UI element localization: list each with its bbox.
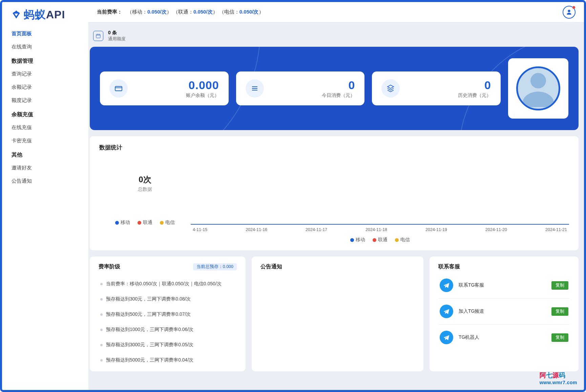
rate-item: （移动：0.050/次）: [127, 9, 172, 15]
user-icon: [565, 8, 573, 16]
ant-logo-icon: [11, 9, 22, 20]
rate-item: （电信：0.050/次）: [219, 9, 264, 15]
rate-info: 当前费率： （移动：0.050/次） （联通：0.050/次） （电信：0.05…: [97, 9, 264, 15]
x-tick: 2024-11-21: [545, 227, 567, 232]
contact-item-0: 联系TG客服复制: [438, 272, 570, 298]
x-tick: 4-11-15: [193, 227, 207, 232]
avatar-card: [508, 58, 568, 119]
sidebar-item-10[interactable]: 邀请好友: [2, 161, 88, 174]
content-area: 当前费率： （移动：0.050/次） （联通：0.050/次） （电信：0.05…: [88, 2, 584, 390]
telegram-icon: [440, 278, 453, 292]
svg-rect-1: [115, 86, 122, 91]
rate-tier-item: 预存额达到300元，三网下调费率0.08/次: [99, 292, 237, 307]
sidebar-item-8[interactable]: 卡密充值: [2, 134, 88, 147]
contact-label: TG机器人: [459, 334, 546, 341]
quota-label: 通用额度: [108, 36, 126, 42]
watermark: 阿七源码 www.wmr7.com: [540, 371, 577, 385]
rate-tier-panel: 费率阶级 当前总预存：0.000 当前费率：移动0.050/次｜联通0.050/…: [90, 256, 246, 371]
stat-card-1: 0今日消费（元）: [236, 71, 365, 105]
stat-card-2: 0历史消费（元）: [372, 71, 501, 105]
total-data-label: 总数据: [138, 186, 152, 192]
rate-tier-item: 预存额达到1000元，三网下调费率0.06/次: [99, 322, 237, 337]
logo-text-a: 蚂蚁: [24, 8, 46, 21]
menu-category: 余额充值: [2, 107, 88, 121]
avatar-image: [516, 66, 560, 110]
card-icon: [109, 79, 128, 98]
contact-panel: 联系客服 联系TG客服复制加入TG频道复制TG机器人复制: [430, 256, 579, 371]
chart-axis: [191, 157, 569, 225]
chart-x-ticks: 4-11-152024-11-162024-11-172024-11-18202…: [191, 227, 569, 232]
stat-label: 历史消费（元）: [406, 92, 491, 99]
stat-card-0: 0.000账户余额（元）: [100, 71, 229, 105]
quota-row: 0 条 通用额度: [90, 22, 579, 47]
logo: 蚂蚁API: [2, 4, 88, 27]
legend-item: 电信: [395, 237, 410, 243]
hero-banner: 0.000账户余额（元）0今日消费（元）0历史消费（元）: [90, 47, 579, 130]
chart-area: 4-11-152024-11-162024-11-172024-11-18202…: [191, 157, 569, 243]
contact-item-2: TG机器人复制: [438, 324, 570, 350]
chart-summary: 0次 总数据 移动联通电信: [99, 157, 191, 243]
quota-count: 0 条: [108, 30, 126, 36]
contact-title: 联系客服: [438, 263, 570, 270]
layers-icon: [381, 79, 400, 98]
user-avatar-button[interactable]: [563, 6, 575, 19]
legend-item: 移动: [115, 220, 130, 226]
rate-item: （联通：0.050/次）: [173, 9, 218, 15]
rate-tier-item: 预存额达到5000元，三网下调费率0.04/次: [99, 353, 237, 365]
stat-label: 今日消费（元）: [270, 92, 355, 99]
rate-tier-item: 当前费率：移动0.050/次｜联通0.050/次｜电信0.050/次: [99, 276, 237, 292]
sidebar-item-11[interactable]: 公告通知: [2, 174, 88, 188]
rate-label: 当前费率：: [97, 9, 122, 15]
x-tick: 2024-11-20: [485, 227, 507, 232]
legend-item: 联通: [373, 237, 388, 243]
rate-tier-item: 预存额达到500元，三网下调费率0.07/次: [99, 307, 237, 322]
prestore-badge: 当前总预存：0.000: [193, 263, 237, 270]
menu-icon: [246, 79, 264, 98]
contact-label: 加入TG频道: [459, 308, 546, 314]
sidebar-item-3[interactable]: 查询记录: [2, 67, 88, 81]
legend-item: 电信: [160, 220, 175, 226]
sidebar-item-7[interactable]: 在线充值: [2, 121, 88, 134]
sidebar-item-5[interactable]: 额度记录: [2, 94, 88, 107]
copy-button[interactable]: 复制: [551, 333, 568, 342]
telegram-icon: [440, 305, 453, 318]
copy-button[interactable]: 复制: [551, 281, 568, 290]
contact-item-1: 加入TG频道复制: [438, 298, 570, 324]
stat-value: 0: [270, 79, 355, 92]
contact-label: 联系TG客服: [459, 282, 546, 288]
legend-item: 联通: [138, 220, 152, 226]
telegram-icon: [440, 331, 453, 344]
rate-tier-title: 费率阶级: [99, 264, 120, 269]
menu-category: 数据管理: [2, 54, 88, 67]
stat-value: 0.000: [134, 79, 219, 92]
stats-title: 数据统计: [99, 144, 569, 151]
x-tick: 2024-11-19: [425, 227, 447, 232]
x-tick: 2024-11-18: [365, 227, 387, 232]
rate-tier-item: 预存额达到3000元，三网下调费率0.05/次: [99, 337, 237, 353]
notice-title: 公告通知: [260, 263, 415, 270]
menu-category: 其他: [2, 147, 88, 161]
svg-rect-0: [96, 34, 100, 38]
stat-label: 账户余额（元）: [134, 92, 219, 99]
stats-panel: 数据统计 0次 总数据 移动联通电信 4-11-152024-11-162024…: [90, 136, 579, 250]
x-tick: 2024-11-16: [246, 227, 267, 232]
sidebar-item-4[interactable]: 余额记录: [2, 81, 88, 94]
x-tick: 2024-11-17: [306, 227, 327, 232]
legend-item: 移动: [350, 237, 365, 243]
sidebar-item-1[interactable]: 在线查询: [2, 40, 88, 54]
sidebar-item-0[interactable]: 首页面板: [2, 27, 88, 40]
stat-value: 0: [406, 79, 491, 92]
notice-panel: 公告通知: [252, 256, 423, 371]
total-data-value: 0次: [139, 174, 151, 185]
topbar: 当前费率： （移动：0.050/次） （联通：0.050/次） （电信：0.05…: [88, 2, 584, 22]
logo-text-b: API: [46, 8, 65, 21]
sidebar: 蚂蚁API 首页面板在线查询数据管理查询记录余额记录额度记录余额充值在线充值卡密…: [2, 2, 88, 390]
copy-button[interactable]: 复制: [551, 307, 568, 316]
calendar-icon: [93, 31, 103, 41]
